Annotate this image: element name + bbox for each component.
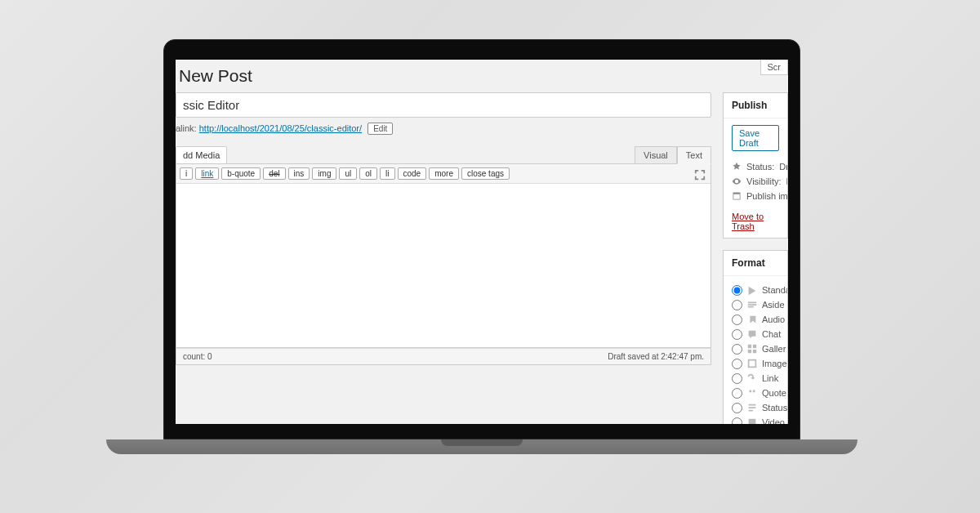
format-icon bbox=[746, 343, 758, 355]
format-icon bbox=[746, 358, 758, 369]
format-label: Audio bbox=[762, 314, 785, 324]
permalink-edit-button[interactable]: Edit bbox=[368, 123, 393, 135]
editor-textarea[interactable] bbox=[176, 184, 710, 347]
status-label: Status: bbox=[746, 162, 774, 172]
page-title: New Post bbox=[176, 60, 788, 92]
format-radio[interactable] bbox=[732, 359, 742, 369]
save-draft-button[interactable]: Save Draft bbox=[732, 125, 779, 151]
toolbar-btn-ins[interactable]: ins bbox=[288, 167, 310, 180]
format-option-aside[interactable]: Aside bbox=[732, 297, 779, 312]
format-option-quote[interactable]: Quote bbox=[732, 386, 779, 400]
format-icon bbox=[746, 402, 758, 413]
format-label: Video bbox=[762, 417, 785, 424]
toolbar-btn-i[interactable]: i bbox=[180, 167, 193, 180]
toolbar-btn-ol[interactable]: ol bbox=[359, 167, 377, 180]
format-option-video[interactable]: Video bbox=[732, 415, 779, 424]
toolbar-btn-li[interactable]: li bbox=[380, 167, 394, 180]
text-toolbar: i link b-quote del ins img ul ol li code… bbox=[176, 164, 710, 184]
format-option-status[interactable]: Status bbox=[732, 400, 779, 415]
toolbar-btn-code[interactable]: code bbox=[398, 167, 427, 180]
editor-status-bar: count: 0 Draft saved at 2:42:47 pm. bbox=[176, 348, 711, 365]
permalink-url-link[interactable]: http://localhost/2021/08/25/classic-edit… bbox=[199, 123, 362, 133]
format-icon bbox=[746, 314, 758, 325]
format-label: Standa bbox=[762, 285, 788, 295]
word-count: count: 0 bbox=[183, 352, 212, 361]
format-radio[interactable] bbox=[732, 388, 742, 399]
draft-saved-time: Draft saved at 2:42:47 pm. bbox=[608, 352, 704, 361]
fullscreen-icon[interactable] bbox=[694, 169, 706, 181]
format-radio[interactable] bbox=[732, 300, 742, 310]
tab-text[interactable]: Text bbox=[677, 146, 711, 164]
format-icon bbox=[746, 299, 758, 310]
permalink-row: alink: http://localhost/2021/08/25/class… bbox=[176, 123, 711, 135]
permalink-label: alink: bbox=[176, 123, 197, 133]
eye-icon bbox=[732, 176, 742, 186]
tab-visual[interactable]: Visual bbox=[635, 146, 677, 164]
format-label: Aside bbox=[762, 300, 785, 310]
visibility-value: P bbox=[786, 176, 788, 186]
format-option-audio[interactable]: Audio bbox=[732, 312, 779, 327]
format-radio[interactable] bbox=[732, 344, 742, 355]
toolbar-btn-bquote[interactable]: b-quote bbox=[221, 167, 261, 180]
toolbar-btn-link[interactable]: link bbox=[195, 167, 219, 180]
status-value: Dra bbox=[779, 162, 788, 172]
format-option-standa[interactable]: Standa bbox=[732, 283, 779, 297]
publish-date-label: Publish im bbox=[746, 191, 788, 201]
toolbar-btn-img[interactable]: img bbox=[312, 167, 336, 180]
format-option-image[interactable]: Image bbox=[732, 356, 779, 371]
format-radio[interactable] bbox=[732, 329, 742, 340]
format-icon bbox=[746, 387, 758, 399]
format-radio[interactable] bbox=[732, 373, 742, 384]
format-label: Galler bbox=[762, 344, 786, 354]
editor-container: i link b-quote del ins img ul ol li code… bbox=[176, 163, 711, 348]
format-box-title: Format bbox=[724, 251, 787, 276]
format-box: Format StandaAsideAudioChatGallerImageLi… bbox=[723, 250, 788, 424]
format-label: Image bbox=[762, 359, 787, 368]
format-label: Quote bbox=[762, 388, 786, 398]
format-icon bbox=[746, 328, 758, 340]
wp-editor-screen: Scr New Post alink: http://localhost/202… bbox=[176, 60, 788, 424]
toolbar-btn-ul[interactable]: ul bbox=[339, 167, 357, 180]
toolbar-btn-del[interactable]: del bbox=[263, 167, 285, 180]
pin-icon bbox=[732, 162, 742, 172]
format-option-link[interactable]: Link bbox=[732, 371, 779, 386]
add-media-button[interactable]: dd Media bbox=[176, 146, 227, 164]
visibility-label: Visibility: bbox=[746, 176, 782, 186]
format-option-chat[interactable]: Chat bbox=[732, 327, 779, 341]
format-icon bbox=[746, 284, 758, 296]
screen-options-button[interactable]: Scr bbox=[760, 60, 789, 75]
format-option-galler[interactable]: Galler bbox=[732, 341, 779, 356]
calendar-icon bbox=[732, 191, 742, 201]
publish-box-title: Publish bbox=[724, 93, 787, 118]
format-icon bbox=[746, 372, 758, 384]
toolbar-btn-closetags[interactable]: close tags bbox=[461, 167, 510, 180]
format-label: Chat bbox=[762, 329, 781, 339]
move-to-trash-link[interactable]: Move to Trash bbox=[732, 212, 779, 231]
toolbar-btn-more[interactable]: more bbox=[429, 167, 459, 180]
format-icon bbox=[746, 417, 758, 424]
format-label: Link bbox=[762, 373, 778, 383]
format-radio[interactable] bbox=[732, 285, 742, 296]
format-label: Status bbox=[762, 403, 787, 413]
format-radio[interactable] bbox=[732, 417, 742, 425]
post-title-input[interactable] bbox=[176, 92, 711, 118]
format-radio[interactable] bbox=[732, 314, 742, 325]
publish-box: Publish Save Draft Status: Dra Visibilit… bbox=[723, 92, 788, 239]
format-radio[interactable] bbox=[732, 403, 742, 413]
